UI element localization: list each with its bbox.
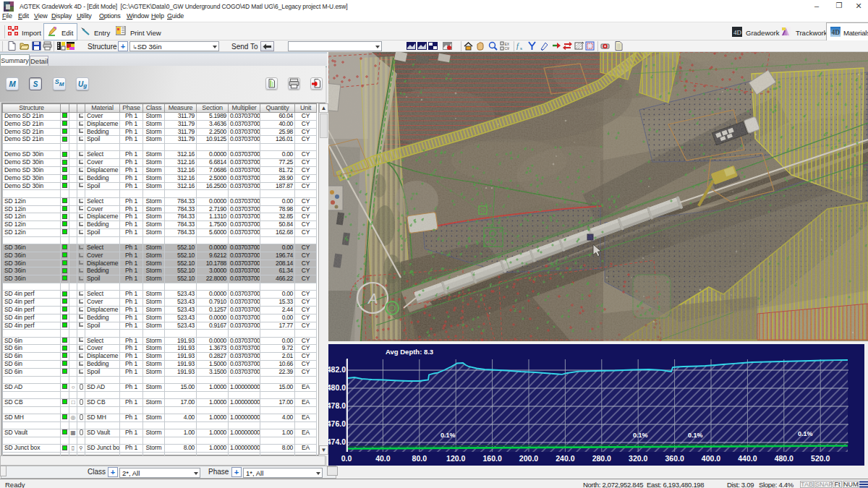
svg-text:240.0: 240.0 — [556, 454, 574, 463]
svg-text:0.1%: 0.1% — [798, 430, 813, 437]
svg-text:EX: EX — [505, 42, 510, 46]
svg-text:0.1%: 0.1% — [633, 432, 648, 439]
svg-text:478.0: 478.0 — [328, 401, 346, 410]
svg-text:280.0: 280.0 — [592, 454, 611, 463]
svg-text:0.1%: 0.1% — [688, 432, 703, 439]
svg-text:480.0: 480.0 — [775, 454, 793, 463]
svg-text:CW: CW — [505, 46, 510, 51]
svg-text:360.0: 360.0 — [665, 454, 684, 463]
svg-text:Avg Depth: 8.3: Avg Depth: 8.3 — [386, 348, 433, 356]
svg-text:200.0: 200.0 — [519, 454, 538, 463]
svg-text:0.1%: 0.1% — [441, 432, 456, 439]
svg-text:40.0: 40.0 — [375, 454, 391, 463]
svg-text:120.0: 120.0 — [446, 454, 465, 463]
svg-text:0.0: 0.0 — [341, 454, 352, 463]
svg-text:4D: 4D — [733, 29, 742, 36]
svg-text:482.0: 482.0 — [328, 365, 346, 374]
svg-text:4D: 4D — [832, 29, 841, 36]
svg-text:160.0: 160.0 — [482, 454, 501, 463]
svg-text:440.0: 440.0 — [738, 454, 757, 463]
svg-text:80.0: 80.0 — [412, 454, 427, 463]
svg-text:400.0: 400.0 — [702, 454, 720, 463]
svg-text:f: f — [516, 42, 519, 50]
svg-text:476.0: 476.0 — [328, 419, 346, 428]
svg-text:480.0: 480.0 — [328, 383, 346, 392]
svg-text:474.0: 474.0 — [328, 437, 346, 446]
svg-text:320.0: 320.0 — [629, 454, 647, 463]
svg-text:520.0: 520.0 — [811, 454, 830, 463]
svg-text:s: s — [520, 46, 522, 51]
